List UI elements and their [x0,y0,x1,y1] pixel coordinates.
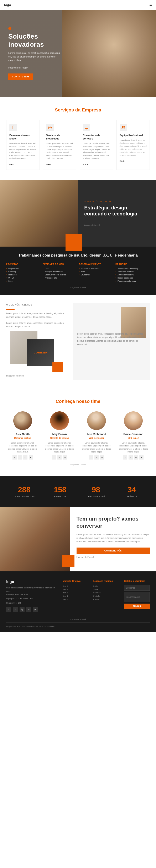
footer-message-input[interactable] [124,592,150,602]
team-icon [120,124,127,131]
research-title: Trabalhamos com pesquisa de usuário, des… [6,253,150,258]
footer-youtube-icon[interactable]: ▶ [33,607,38,612]
twitter-icon[interactable]: t [95,455,99,460]
research-col-projects: Projetos Propriedade Branding Ilustraçõe… [6,263,41,283]
footer-instagram-icon[interactable]: ig [20,607,25,612]
list-item[interactable]: Item 5 [62,598,88,600]
stat-clients: 288 CLIENTES FELIZES [6,483,42,501]
instagram-icon[interactable]: in [100,455,104,460]
research-grid: Projetos Propriedade Branding Ilustraçõe… [6,263,150,283]
list-item[interactable]: Item 4 [62,595,88,597]
svg-rect-3 [85,126,88,129]
youtube-icon[interactable]: ▶ [139,455,144,460]
list-item: Posicionamento visual [115,280,150,282]
list-item: Javascript [79,274,113,276]
research-col-list-3: Auditoria de brand equity Análise de pol… [115,268,150,282]
facebook-icon[interactable]: f [12,455,17,460]
avatar-ann [87,411,106,430]
service-link-1[interactable]: MAIS [46,163,51,165]
stat-number-clients: 288 [8,486,40,494]
hero-section: Soluções inovadoras Lorem ipsum dolor si… [0,10,156,97]
hero-cta-button[interactable]: CONTATE NÓS [8,73,33,80]
list-item[interactable]: Serviços [94,592,119,594]
team-bio-may: Lorem ipsum dolor sit amet, consectetur … [43,441,76,454]
avatar-may [50,411,69,430]
service-body-1: Lorem ipsum dolor sit amet, sed do eiusm… [46,142,73,160]
footer-facebook-icon[interactable]: f [6,607,11,612]
hero-people-photo [62,10,156,97]
hamburger-menu-icon[interactable]: ≡ [149,2,152,7]
footer-col-links: Ligações Rápidas Início Sobre Serviços P… [94,580,119,612]
facebook-icon[interactable]: f [123,455,127,460]
about-section: SOBRE AGÊNCIA DIGITAL Estratégia, design… [0,180,156,247]
services-grid: Desenvolvimento o Móvel Lorem ipsum dolo… [6,120,150,170]
footer-col4-title: Boletim de Notícias [124,580,150,582]
youtube-icon[interactable]: ▶ [29,455,33,460]
what-label: O QUE NÓS FAZEMOS [6,303,69,307]
list-item: Propriedade [6,268,41,270]
footer-hours-value: 09h - 20h [14,602,21,604]
footer-linkedin-icon[interactable]: in [26,607,31,612]
footer-address-value: New York, EUA [16,593,28,595]
list-item: Branding [6,271,41,273]
svg-point-4 [122,126,123,127]
facebook-icon[interactable]: f [52,455,56,460]
twitter-icon[interactable]: t [18,455,22,460]
team-card-alex: Alex Smith Designer Gráfico Lorem ipsum … [6,411,39,460]
list-item: Redação de conteúdo [43,271,77,273]
cta-button[interactable]: CONTATE NÓS [77,548,150,554]
navigation: logo ≡ [0,0,156,10]
stat-label-coffee: COPOS DE CAFÉ [80,495,112,498]
what-left-column: O QUE NÓS FAZEMOS Lorem ipsum dolor sit … [6,303,69,380]
list-item[interactable]: Portfolio [94,595,119,597]
research-col-webdesign: Designer de Web UI/UX Redação de conteúd… [43,263,77,283]
cta-section: Tem um projeto? vamos conversar Lorem ip… [0,507,156,571]
footer-newsletter-form: ENVIAR [124,585,150,609]
about-image [0,180,78,247]
what-image-credit: Imagem de Freepik [6,374,69,377]
footer-submit-button[interactable]: ENVIAR [124,603,150,609]
team-image-credit: Imagem de Freepik [6,464,150,466]
service-card-mobility: Serviços de mobilidade Lorem ipsum dolor… [43,120,77,170]
instagram-icon[interactable]: in [63,455,67,460]
service-card-team: Equipe Profissional Lorem ipsum dolor si… [116,120,150,170]
hero-body: Lorem ipsum dolor sit amet, consectetur … [8,51,62,62]
service-link-3[interactable]: MAIS [120,160,125,162]
stat-label-awards: PRÊMIOS [116,495,148,498]
logo: logo [4,3,11,7]
list-item[interactable]: Item 1 [62,585,88,587]
stat-awards: 34 PRÊMIOS [114,483,150,501]
service-title-1: Serviços de mobilidade [46,134,73,140]
list-item: Criação de aplicativos [79,268,113,270]
list-item: UI/UX [43,268,77,270]
footer-twitter-icon[interactable]: t [13,607,18,612]
list-item: Sites [79,271,113,273]
service-body-2: Lorem ipsum dolor sit amet, sed do eiusm… [83,142,110,160]
list-item[interactable]: Item 2 [62,588,88,590]
service-link-2[interactable]: MAIS [83,163,88,165]
stats-section: 288 CLIENTES FELIZES 158 PROJETOS 98 COP… [0,476,156,507]
research-col-heading-3: Branding [115,263,150,266]
service-title-0: Desenvolvimento o Móvel [9,134,36,140]
what-right-column: Lorem ipsum dolor sit amet, consectetur … [73,303,150,380]
twitter-icon[interactable]: t [57,455,61,460]
footer-copyright: Imagem de: Este é reservado todos os dir… [6,626,55,628]
team-role-may: Gerente de vendas [43,436,76,440]
list-item: Design estratégico [115,277,150,279]
list-item[interactable]: Início [94,585,119,587]
instagram-icon[interactable]: in [134,455,138,460]
list-item[interactable]: Sobre [94,588,119,590]
research-image-credit: Imagem de Freepik [6,286,150,288]
list-item[interactable]: Item 3 [62,592,88,594]
twitter-icon[interactable]: t [129,455,133,460]
instagram-icon[interactable]: in [23,455,27,460]
footer-col-about: logo Nam ultrices ultrices nec tortor pu… [6,580,58,612]
footer-image-credit: Imagem de Freepik [6,618,150,620]
facebook-icon[interactable]: f [89,455,93,460]
research-col-heading-0: Projetos [6,263,41,266]
team-socials-may: f t in [43,455,76,460]
service-link-0[interactable]: MAIS [9,163,15,165]
what-right-inner: Lorem ipsum dolor sit amet, consectetur … [73,303,150,380]
footer-email-input[interactable] [124,585,150,591]
list-item[interactable]: Contato [94,598,119,600]
